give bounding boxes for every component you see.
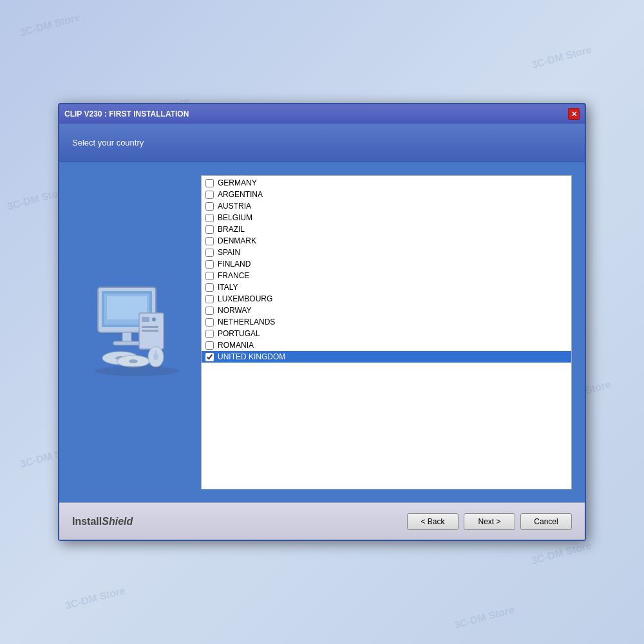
country-name: FRANCE — [218, 271, 249, 280]
country-list[interactable]: GERMANYARGENTINAAUSTRIABELGIUMBRAZILDENM… — [202, 176, 571, 489]
country-checkbox[interactable] — [205, 272, 214, 280]
window-title: CLIP V230 : FIRST INSTALLATION — [64, 109, 189, 118]
list-item[interactable]: FINLAND — [202, 258, 571, 270]
list-item[interactable]: LUXEMBOURG — [202, 293, 571, 305]
country-name: UNITED KINGDOM — [218, 352, 285, 361]
next-button[interactable]: Next > — [464, 513, 515, 530]
close-button[interactable]: ✕ — [568, 108, 580, 120]
right-panel: GERMANYARGENTINAAUSTRIABELGIUMBRAZILDENM… — [201, 175, 572, 489]
country-name: BRAZIL — [218, 225, 245, 234]
country-checkbox[interactable] — [205, 341, 214, 350]
country-checkbox[interactable] — [205, 214, 214, 222]
left-panel — [72, 175, 188, 489]
country-name: SPAIN — [218, 248, 240, 257]
list-item[interactable]: NORWAY — [202, 305, 571, 316]
country-checkbox[interactable] — [205, 330, 214, 338]
title-bar: CLIP V230 : FIRST INSTALLATION ✕ — [59, 104, 585, 124]
list-item[interactable]: ITALY — [202, 281, 571, 293]
header-subtitle: Select your country — [72, 138, 144, 147]
country-checkbox[interactable] — [205, 191, 214, 199]
country-checkbox[interactable] — [205, 237, 214, 245]
country-list-container: GERMANYARGENTINAAUSTRIABELGIUMBRAZILDENM… — [201, 175, 572, 489]
list-item[interactable]: BELGIUM — [202, 212, 571, 223]
country-checkbox[interactable] — [205, 283, 214, 292]
country-checkbox[interactable] — [205, 202, 214, 211]
country-name: ITALY — [218, 283, 238, 292]
logo-suffix: Shield — [102, 516, 133, 527]
country-name: GERMANY — [218, 178, 257, 187]
country-checkbox[interactable] — [205, 295, 214, 303]
country-name: ARGENTINA — [218, 190, 263, 199]
list-item[interactable]: FRANCE — [202, 270, 571, 281]
watermark: 3C-DM Store — [530, 540, 592, 567]
svg-point-8 — [152, 317, 156, 321]
list-item[interactable]: ROMANIA — [202, 339, 571, 351]
country-name: NETHERLANDS — [218, 317, 275, 327]
back-button[interactable]: < Back — [407, 513, 459, 530]
cancel-button[interactable]: Cancel — [520, 513, 572, 530]
list-item[interactable]: PORTUGAL — [202, 328, 571, 339]
watermark: 3C-DM Store — [19, 12, 81, 39]
country-name: DENMARK — [218, 236, 256, 245]
country-name: ROMANIA — [218, 341, 254, 350]
country-name: LUXEMBOURG — [218, 294, 272, 303]
country-checkbox[interactable] — [205, 318, 214, 327]
country-name: BELGIUM — [218, 213, 252, 222]
country-name: PORTUGAL — [218, 329, 260, 338]
country-checkbox[interactable] — [205, 249, 214, 257]
svg-point-14 — [129, 359, 138, 363]
main-content: GERMANYARGENTINAAUSTRIABELGIUMBRAZILDENM… — [59, 162, 585, 502]
list-item[interactable]: SPAIN — [202, 247, 571, 258]
svg-rect-10 — [142, 330, 158, 332]
list-item[interactable]: UNITED KINGDOM — [202, 351, 571, 363]
svg-point-17 — [153, 354, 158, 360]
country-name: FINLAND — [218, 260, 251, 269]
svg-rect-9 — [142, 326, 158, 328]
svg-rect-7 — [142, 317, 149, 322]
watermark: 3C-DM Store — [530, 44, 592, 71]
country-name: AUSTRIA — [218, 202, 251, 211]
country-checkbox[interactable] — [205, 225, 214, 234]
country-checkbox[interactable] — [205, 353, 214, 361]
list-item[interactable]: GERMANY — [202, 177, 571, 189]
logo-prefix: Install — [72, 516, 102, 527]
footer: InstallShield < Back Next > Cancel — [59, 502, 585, 540]
list-item[interactable]: ARGENTINA — [202, 189, 571, 200]
country-checkbox[interactable] — [205, 260, 214, 269]
svg-point-18 — [95, 366, 178, 376]
country-checkbox[interactable] — [205, 179, 214, 187]
list-item[interactable]: AUSTRIA — [202, 200, 571, 212]
country-checkbox[interactable] — [205, 307, 214, 315]
country-name: NORWAY — [218, 306, 251, 315]
watermark: 3C-DM Store — [64, 585, 126, 612]
list-item[interactable]: NETHERLANDS — [202, 316, 571, 328]
list-item[interactable]: BRAZIL — [202, 223, 571, 235]
svg-rect-5 — [113, 341, 140, 345]
list-item[interactable]: DENMARK — [202, 235, 571, 247]
watermark: 3C-DM Store — [453, 604, 515, 631]
installer-dialog: CLIP V230 : FIRST INSTALLATION ✕ Select … — [58, 103, 586, 541]
computer-illustration — [79, 281, 182, 384]
installshield-logo: InstallShield — [72, 516, 401, 527]
footer-buttons: < Back Next > Cancel — [407, 513, 572, 530]
header-section: Select your country — [59, 124, 585, 162]
